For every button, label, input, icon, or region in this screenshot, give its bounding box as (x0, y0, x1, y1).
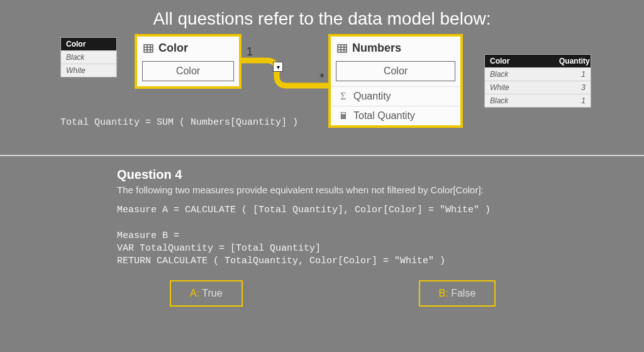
question-code: Measure A = CALCULATE ( [Total Quantity]… (117, 204, 528, 268)
entity-title: Color (158, 42, 188, 55)
dax-definition: Total Quantity = SUM ( Numbers[Quantity]… (60, 117, 298, 128)
svg-rect-0 (144, 45, 153, 52)
entity-title: Numbers (352, 42, 401, 55)
answer-letter: A: (190, 288, 199, 298)
relationship-connector (242, 54, 328, 98)
table-header: Color (485, 55, 554, 67)
answer-options: A: True B: False (0, 268, 644, 307)
cardinality-one: 1 (247, 45, 253, 59)
data-model-diagram: Color Black White Color Quantity Black 1… (0, 34, 644, 146)
answer-option-a[interactable]: A: True (170, 280, 243, 307)
answer-letter: B: (439, 288, 448, 298)
color-data-table: Color Black White (60, 37, 117, 77)
answer-text: True (199, 288, 222, 298)
table-icon (337, 44, 347, 53)
question-title: Question 4 (117, 167, 528, 182)
entity-numbers: Numbers Color Σ Quantity 🖩 Total Quantit… (328, 34, 463, 128)
sigma-icon: Σ (338, 91, 348, 102)
numbers-data-table: Color Quantity Black 1 White 3 Black 1 (484, 54, 591, 108)
calculator-icon: 🖩 (338, 111, 348, 121)
entity-field: Color (176, 65, 200, 77)
question-prompt: The following two measures provide equiv… (117, 185, 528, 195)
table-row: White (485, 81, 554, 94)
entity-color: Color Color (135, 34, 242, 89)
table-row: 3 (554, 81, 591, 94)
table-icon (143, 44, 153, 53)
table-row: Black (485, 94, 554, 107)
table-header: Color (61, 38, 116, 50)
table-row: 1 (554, 68, 591, 81)
table-row: Black (61, 51, 116, 64)
table-row: Black (485, 68, 554, 81)
answer-option-b[interactable]: B: False (419, 280, 496, 307)
cardinality-many: * (319, 71, 325, 85)
table-header: Quantity (554, 55, 591, 67)
entity-field: Total Quantity (353, 110, 415, 122)
entity-field: Color (384, 65, 408, 77)
answer-text: False (448, 288, 476, 298)
table-row: White (61, 64, 116, 77)
filter-direction-icon: ▾ (273, 62, 283, 72)
svg-rect-5 (338, 45, 347, 52)
table-row: 1 (554, 94, 591, 107)
entity-field: Quantity (353, 91, 391, 102)
page-title: All questions refer to the data model be… (0, 0, 644, 34)
question-block: Question 4 The following two measures pr… (0, 156, 528, 268)
